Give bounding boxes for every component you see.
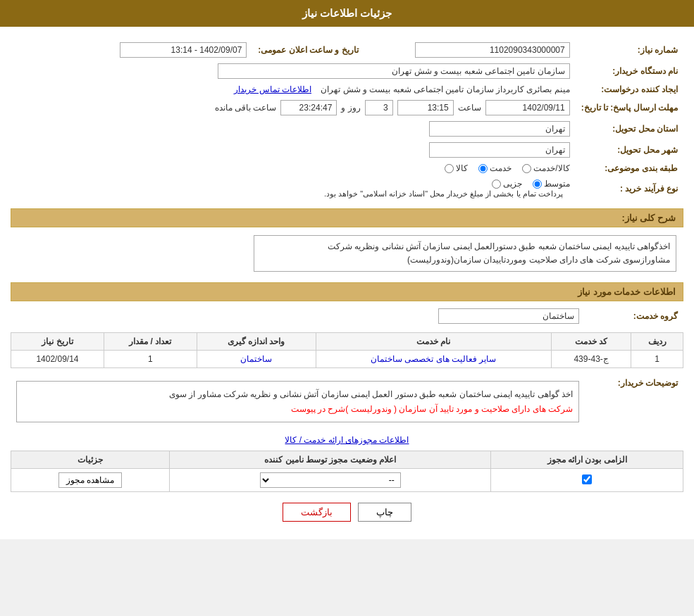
cell-qty: 1: [104, 351, 197, 368]
buyer-notes-line1: اخذ گواهی تاییدیه ایمنی ساختمان شعبه طبق…: [23, 387, 573, 401]
col-service-name: نام خدمت: [316, 333, 551, 351]
permits-section: اطلاعات مجوزهای ارائه خدمت / کالا الزامی…: [11, 435, 683, 492]
services-section-title: اطلاعات خدمات مورد نیاز: [11, 282, 683, 301]
need-number-label: شماره نیاز:: [576, 39, 683, 61]
province-label: استان محل تحویل:: [576, 118, 683, 139]
col-date: تاریخ نیاز: [11, 333, 104, 351]
purchase-note: پرداخت تمام یا بخشی از مبلغ خریدار محل "…: [324, 189, 563, 198]
deadline-time-label: ساعت: [458, 103, 481, 113]
need-desc-line2: مشاورازسوی شرکت های دارای صلاحیت وموردتا…: [260, 253, 670, 267]
permits-status-cell: --: [170, 469, 491, 492]
cell-service-code: ج-43-439: [551, 351, 631, 368]
cell-unit: ساختمان: [197, 351, 316, 368]
permits-required-checkbox[interactable]: [582, 474, 592, 484]
service-group-value: ساختمان: [438, 308, 579, 324]
city-label: شهر محل تحویل:: [576, 139, 683, 161]
permits-col-details: جزئیات: [11, 451, 170, 469]
buyer-notes-label: توضیحات خریدار:: [585, 374, 683, 429]
cell-row-num: 1: [631, 351, 683, 368]
creator-label: ایجاد کننده درخواست:: [576, 82, 683, 97]
purchase-type-label: نوع فرآیند خرید :: [576, 176, 683, 201]
need-description-box: اخذگواهی تاییدیه ایمنی ساختمان شعبه طبق …: [254, 235, 676, 272]
back-button[interactable]: بازگشت: [283, 503, 351, 522]
category-radio-service[interactable]: خدمت: [478, 163, 512, 173]
creator-link[interactable]: اطلاعات تماس خریدار: [234, 84, 311, 94]
deadline-date: 1402/09/11: [485, 100, 570, 115]
deadline-remaining: 23:24:47: [280, 100, 337, 115]
category-label: طبقه بندی موضوعی:: [576, 161, 683, 176]
buyer-notes-line2: شرکت های دارای صلاحیت و مورد تایید آن سا…: [23, 402, 573, 416]
buyer-notes-box: اخذ گواهی تاییدیه ایمنی ساختمان شعبه طبق…: [16, 381, 579, 422]
col-qty: تعداد / مقدار: [104, 333, 197, 351]
deadline-label: مهلت ارسال پاسخ: تا تاریخ:: [576, 97, 683, 118]
view-permit-button[interactable]: مشاهده مجوز: [58, 472, 122, 488]
purchase-radio-medium[interactable]: متوسط: [533, 179, 570, 189]
col-row-num: ردیف: [631, 333, 683, 351]
city-value: تهران: [429, 142, 570, 158]
announce-value: 1402/09/07 - 13:14: [120, 42, 247, 58]
page-title: جزئیات اطلاعات نیاز: [302, 7, 392, 19]
permits-details-cell: مشاهده مجوز: [11, 469, 170, 492]
need-number-value: 1102090343000007: [415, 42, 570, 58]
service-group-label: گروه خدمت:: [585, 306, 683, 327]
permits-col-required: الزامی بودن ارائه مجوز: [491, 451, 683, 469]
need-description-title: شرح کلی نیاز:: [11, 208, 683, 227]
deadline-days: 3: [365, 100, 393, 115]
table-row: 1 ج-43-439 سایر فعالیت های تخصصی ساختمان…: [11, 351, 683, 368]
permits-required-cell: [491, 469, 683, 492]
org-name-value: سازمان تامین اجتماعی شعبه بیست و شش تهرا…: [218, 63, 570, 79]
bottom-buttons: چاپ بازگشت: [11, 503, 683, 522]
cell-date: 1402/09/14: [11, 351, 104, 368]
permits-col-status: اعلام وضعیت مجوز توسط نامین کننده: [170, 451, 491, 469]
permits-status-select[interactable]: --: [260, 472, 401, 488]
deadline-remaining-label: ساعت باقی مانده: [215, 103, 277, 113]
permits-row: -- مشاهده مجوز: [11, 469, 683, 492]
deadline-time: 13:15: [397, 100, 454, 115]
col-unit: واحد اندازه گیری: [197, 333, 316, 351]
need-desc-line1: اخذگواهی تاییدیه ایمنی ساختمان شعبه طبق …: [260, 240, 670, 253]
purchase-radio-minor[interactable]: جزیی: [492, 179, 522, 189]
deadline-days-label: روز و: [341, 103, 360, 113]
page-header: جزئیات اطلاعات نیاز: [0, 0, 694, 27]
org-name-label: نام دستگاه خریدار:: [576, 61, 683, 82]
print-button[interactable]: چاپ: [358, 503, 411, 522]
services-table: ردیف کد خدمت نام خدمت واحد اندازه گیری ت…: [11, 332, 683, 368]
creator-value: مینم بصائری کاربرداز سازمان تامین اجتماع…: [321, 84, 569, 94]
col-service-code: کد خدمت: [551, 333, 631, 351]
permits-link[interactable]: اطلاعات مجوزهای ارائه خدمت / کالا: [285, 435, 409, 445]
category-radio-goods[interactable]: کالا: [445, 163, 468, 173]
permits-table: الزامی بودن ارائه مجوز اعلام وضعیت مجوز …: [11, 451, 683, 492]
cell-service-name: سایر فعالیت های تخصصی ساختمان: [316, 351, 551, 368]
category-radio-goods-service[interactable]: کالا/خدمت: [522, 163, 569, 173]
announce-label: تاریخ و ساعت اعلان عمومی:: [252, 39, 364, 61]
province-value: تهران: [429, 121, 570, 137]
